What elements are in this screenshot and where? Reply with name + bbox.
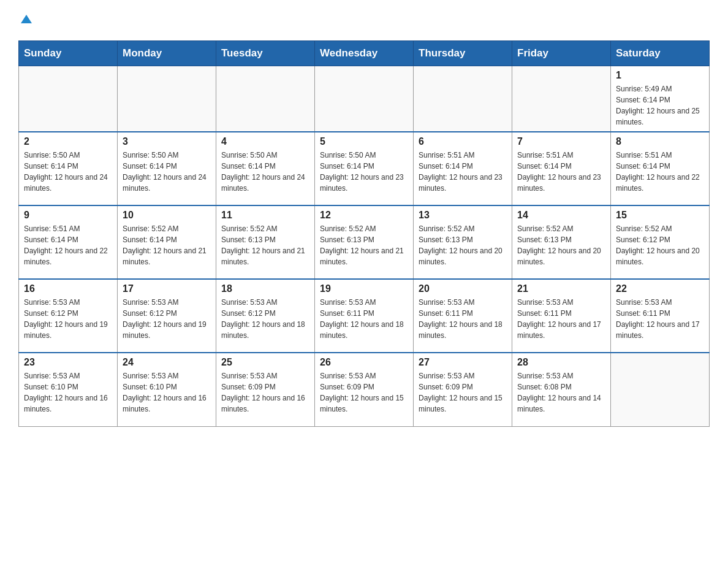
day-number: 27 bbox=[419, 357, 507, 368]
day-number: 23 bbox=[24, 357, 112, 368]
day-number: 6 bbox=[419, 136, 507, 147]
day-info: Sunrise: 5:52 AM Sunset: 6:13 PM Dayligh… bbox=[320, 223, 408, 267]
day-number: 18 bbox=[221, 283, 309, 294]
calendar-cell: 21Sunrise: 5:53 AM Sunset: 6:11 PM Dayli… bbox=[512, 279, 611, 353]
day-info: Sunrise: 5:52 AM Sunset: 6:13 PM Dayligh… bbox=[517, 223, 605, 267]
calendar-cell: 18Sunrise: 5:53 AM Sunset: 6:12 PM Dayli… bbox=[216, 279, 315, 353]
calendar-cell: 16Sunrise: 5:53 AM Sunset: 6:12 PM Dayli… bbox=[19, 279, 118, 353]
calendar-cell: 3Sunrise: 5:50 AM Sunset: 6:14 PM Daylig… bbox=[118, 132, 216, 205]
day-info: Sunrise: 5:52 AM Sunset: 6:13 PM Dayligh… bbox=[221, 223, 309, 267]
calendar-cell: 10Sunrise: 5:52 AM Sunset: 6:14 PM Dayli… bbox=[118, 205, 216, 279]
calendar-cell: 19Sunrise: 5:53 AM Sunset: 6:11 PM Dayli… bbox=[315, 279, 414, 353]
day-number: 24 bbox=[123, 357, 211, 368]
day-number: 17 bbox=[123, 283, 211, 294]
calendar-cell: 7Sunrise: 5:51 AM Sunset: 6:14 PM Daylig… bbox=[512, 132, 611, 205]
day-number: 15 bbox=[616, 210, 704, 221]
day-number: 12 bbox=[320, 210, 408, 221]
calendar-cell: 11Sunrise: 5:52 AM Sunset: 6:13 PM Dayli… bbox=[216, 205, 315, 279]
calendar-cell: 9Sunrise: 5:51 AM Sunset: 6:14 PM Daylig… bbox=[19, 205, 118, 279]
day-info: Sunrise: 5:51 AM Sunset: 6:14 PM Dayligh… bbox=[517, 150, 605, 194]
day-number: 3 bbox=[123, 136, 211, 147]
day-info: Sunrise: 5:50 AM Sunset: 6:14 PM Dayligh… bbox=[123, 150, 211, 194]
day-info: Sunrise: 5:50 AM Sunset: 6:14 PM Dayligh… bbox=[320, 150, 408, 194]
day-number: 16 bbox=[24, 283, 112, 294]
day-number: 11 bbox=[221, 210, 309, 221]
weekday-header-wednesday: Wednesday bbox=[315, 41, 414, 66]
day-info: Sunrise: 5:51 AM Sunset: 6:14 PM Dayligh… bbox=[24, 223, 112, 267]
calendar-cell: 27Sunrise: 5:53 AM Sunset: 6:09 PM Dayli… bbox=[414, 353, 512, 426]
day-number: 14 bbox=[517, 210, 605, 221]
calendar-cell: 25Sunrise: 5:53 AM Sunset: 6:09 PM Dayli… bbox=[216, 353, 315, 426]
day-number: 19 bbox=[320, 283, 408, 294]
day-info: Sunrise: 5:53 AM Sunset: 6:10 PM Dayligh… bbox=[123, 370, 211, 415]
day-number: 20 bbox=[419, 283, 507, 294]
day-info: Sunrise: 5:53 AM Sunset: 6:11 PM Dayligh… bbox=[616, 297, 704, 341]
day-number: 22 bbox=[616, 283, 704, 294]
day-info: Sunrise: 5:49 AM Sunset: 6:14 PM Dayligh… bbox=[616, 83, 704, 128]
day-number: 2 bbox=[24, 136, 112, 147]
calendar-table: SundayMondayTuesdayWednesdayThursdayFrid… bbox=[18, 40, 710, 427]
calendar-week-row: 23Sunrise: 5:53 AM Sunset: 6:10 PM Dayli… bbox=[19, 353, 710, 426]
calendar-cell: 23Sunrise: 5:53 AM Sunset: 6:10 PM Dayli… bbox=[19, 353, 118, 426]
calendar-cell: 26Sunrise: 5:53 AM Sunset: 6:09 PM Dayli… bbox=[315, 353, 414, 426]
calendar-cell: 8Sunrise: 5:51 AM Sunset: 6:14 PM Daylig… bbox=[611, 132, 710, 205]
day-info: Sunrise: 5:53 AM Sunset: 6:12 PM Dayligh… bbox=[123, 297, 211, 341]
calendar-cell: 12Sunrise: 5:52 AM Sunset: 6:13 PM Dayli… bbox=[315, 205, 414, 279]
calendar-cell: 5Sunrise: 5:50 AM Sunset: 6:14 PM Daylig… bbox=[315, 132, 414, 205]
day-number: 7 bbox=[517, 136, 605, 147]
day-info: Sunrise: 5:50 AM Sunset: 6:14 PM Dayligh… bbox=[24, 150, 112, 194]
day-info: Sunrise: 5:52 AM Sunset: 6:14 PM Dayligh… bbox=[123, 223, 211, 267]
calendar-cell: 14Sunrise: 5:52 AM Sunset: 6:13 PM Dayli… bbox=[512, 205, 611, 279]
day-number: 8 bbox=[616, 136, 704, 147]
day-info: Sunrise: 5:53 AM Sunset: 6:12 PM Dayligh… bbox=[24, 297, 112, 341]
day-info: Sunrise: 5:52 AM Sunset: 6:12 PM Dayligh… bbox=[616, 223, 704, 267]
weekday-header-sunday: Sunday bbox=[19, 41, 118, 66]
weekday-header-row: SundayMondayTuesdayWednesdayThursdayFrid… bbox=[19, 41, 710, 66]
calendar-cell: 2Sunrise: 5:50 AM Sunset: 6:14 PM Daylig… bbox=[19, 132, 118, 205]
calendar-week-row: 2Sunrise: 5:50 AM Sunset: 6:14 PM Daylig… bbox=[19, 132, 710, 205]
day-number: 21 bbox=[517, 283, 605, 294]
day-info: Sunrise: 5:52 AM Sunset: 6:13 PM Dayligh… bbox=[419, 223, 507, 267]
day-info: Sunrise: 5:50 AM Sunset: 6:14 PM Dayligh… bbox=[221, 150, 309, 194]
calendar-cell bbox=[611, 353, 710, 426]
day-number: 28 bbox=[517, 357, 605, 368]
day-number: 10 bbox=[123, 210, 211, 221]
day-number: 4 bbox=[221, 136, 309, 147]
day-info: Sunrise: 5:53 AM Sunset: 6:08 PM Dayligh… bbox=[517, 370, 605, 415]
day-number: 26 bbox=[320, 357, 408, 368]
calendar-week-row: 9Sunrise: 5:51 AM Sunset: 6:14 PM Daylig… bbox=[19, 205, 710, 279]
calendar-cell: 6Sunrise: 5:51 AM Sunset: 6:14 PM Daylig… bbox=[414, 132, 512, 205]
calendar-cell bbox=[19, 66, 118, 132]
day-info: Sunrise: 5:53 AM Sunset: 6:10 PM Dayligh… bbox=[24, 370, 112, 415]
weekday-header-saturday: Saturday bbox=[611, 41, 710, 66]
day-number: 1 bbox=[616, 70, 704, 81]
calendar-cell: 1Sunrise: 5:49 AM Sunset: 6:14 PM Daylig… bbox=[611, 66, 710, 132]
calendar-cell bbox=[118, 66, 216, 132]
logo-triangle-icon bbox=[20, 12, 33, 26]
weekday-header-thursday: Thursday bbox=[414, 41, 512, 66]
calendar-cell bbox=[216, 66, 315, 132]
calendar-cell: 22Sunrise: 5:53 AM Sunset: 6:11 PM Dayli… bbox=[611, 279, 710, 353]
day-info: Sunrise: 5:53 AM Sunset: 6:09 PM Dayligh… bbox=[221, 370, 309, 415]
day-info: Sunrise: 5:53 AM Sunset: 6:09 PM Dayligh… bbox=[419, 370, 507, 415]
day-number: 9 bbox=[24, 210, 112, 221]
calendar-cell bbox=[512, 66, 611, 132]
day-info: Sunrise: 5:51 AM Sunset: 6:14 PM Dayligh… bbox=[419, 150, 507, 194]
calendar-cell: 4Sunrise: 5:50 AM Sunset: 6:14 PM Daylig… bbox=[216, 132, 315, 205]
calendar-cell: 20Sunrise: 5:53 AM Sunset: 6:11 PM Dayli… bbox=[414, 279, 512, 353]
header bbox=[18, 12, 710, 28]
svg-marker-0 bbox=[21, 15, 32, 23]
day-number: 5 bbox=[320, 136, 408, 147]
logo bbox=[18, 12, 33, 28]
weekday-header-monday: Monday bbox=[118, 41, 216, 66]
calendar-cell: 13Sunrise: 5:52 AM Sunset: 6:13 PM Dayli… bbox=[414, 205, 512, 279]
day-info: Sunrise: 5:53 AM Sunset: 6:11 PM Dayligh… bbox=[517, 297, 605, 341]
calendar-cell: 17Sunrise: 5:53 AM Sunset: 6:12 PM Dayli… bbox=[118, 279, 216, 353]
calendar-cell: 24Sunrise: 5:53 AM Sunset: 6:10 PM Dayli… bbox=[118, 353, 216, 426]
day-info: Sunrise: 5:53 AM Sunset: 6:09 PM Dayligh… bbox=[320, 370, 408, 415]
day-info: Sunrise: 5:53 AM Sunset: 6:11 PM Dayligh… bbox=[419, 297, 507, 341]
calendar-cell bbox=[315, 66, 414, 132]
day-number: 25 bbox=[221, 357, 309, 368]
day-info: Sunrise: 5:53 AM Sunset: 6:12 PM Dayligh… bbox=[221, 297, 309, 341]
calendar-week-row: 1Sunrise: 5:49 AM Sunset: 6:14 PM Daylig… bbox=[19, 66, 710, 132]
